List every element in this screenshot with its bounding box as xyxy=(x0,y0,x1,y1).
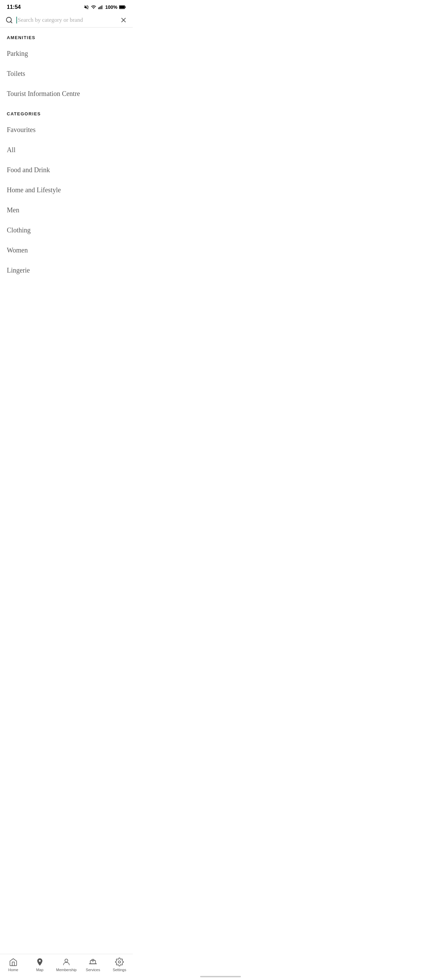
list-item[interactable]: Favourites xyxy=(0,120,133,140)
amenities-section: AMENITIES Parking Toilets Tourist Inform… xyxy=(0,27,133,104)
battery-label: 100% xyxy=(105,5,118,10)
status-time: 11:54 xyxy=(7,4,21,10)
svg-rect-0 xyxy=(98,8,99,9)
svg-rect-2 xyxy=(101,6,101,9)
search-cursor xyxy=(16,17,17,24)
status-bar: 11:54 100% xyxy=(0,0,133,13)
svg-rect-5 xyxy=(119,6,124,8)
list-item[interactable]: Parking xyxy=(0,43,133,64)
list-item[interactable]: Home and Lifestyle xyxy=(0,180,133,200)
list-item[interactable]: Toilets xyxy=(0,64,133,84)
svg-rect-1 xyxy=(99,7,100,9)
signal-icon xyxy=(98,5,103,10)
list-item[interactable]: All xyxy=(0,140,133,160)
categories-header: CATEGORIES xyxy=(0,104,133,120)
mute-icon xyxy=(84,5,89,10)
svg-line-8 xyxy=(11,21,12,23)
search-input[interactable] xyxy=(18,17,120,24)
content-area: AMENITIES Parking Toilets Tourist Inform… xyxy=(0,27,133,314)
wifi-icon xyxy=(91,5,96,10)
amenities-header: AMENITIES xyxy=(0,27,133,43)
svg-rect-3 xyxy=(102,5,102,9)
battery-icon xyxy=(119,5,126,9)
list-item[interactable]: Food and Drink xyxy=(0,160,133,180)
clear-search-button[interactable] xyxy=(120,16,127,24)
list-item[interactable]: Clothing xyxy=(0,220,133,240)
search-bar[interactable] xyxy=(0,13,133,27)
list-item[interactable]: Lingerie xyxy=(0,260,133,280)
list-item[interactable]: Tourist Information Centre xyxy=(0,84,133,104)
list-item[interactable]: Men xyxy=(0,200,133,220)
svg-rect-6 xyxy=(125,6,126,8)
status-icons: 100% xyxy=(84,5,126,10)
categories-section: CATEGORIES Favourites All Food and Drink… xyxy=(0,104,133,280)
search-icon xyxy=(5,16,13,24)
list-item[interactable]: Women xyxy=(0,240,133,260)
